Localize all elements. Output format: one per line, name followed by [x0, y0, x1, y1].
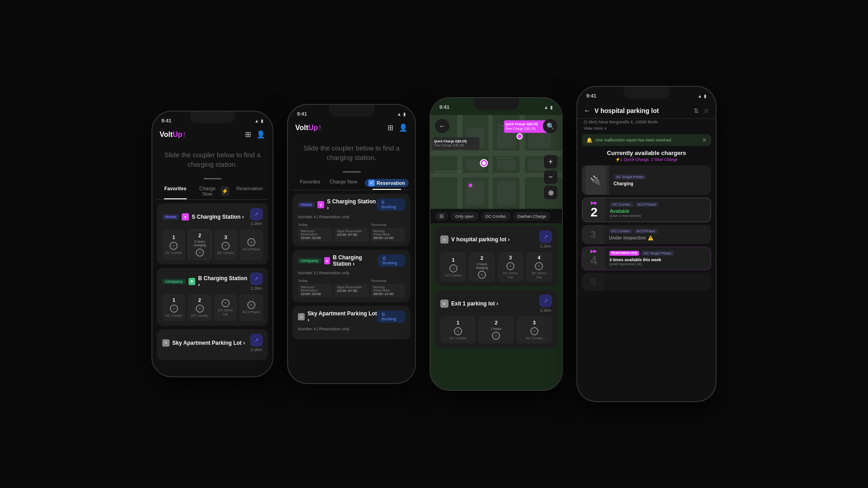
s3-dist-2: 2.2km — [539, 308, 552, 313]
app-logo-2: VoltUp↑ — [295, 123, 322, 132]
s3-icon-1-2: ⊙ — [478, 271, 486, 279]
tab-charge-now-2[interactable]: Charge Now — [328, 176, 363, 190]
booking-btn-2[interactable]: 🗓 Booking — [378, 254, 405, 267]
s3-icon-2-3: ⊙ — [530, 327, 538, 335]
map-area: KFZ Werkstatt Neue Bergstraße Vivantes C… — [430, 114, 562, 209]
volt-logo-3: V — [317, 201, 324, 208]
booking-btn-3[interactable]: 🗓 Booking — [377, 310, 405, 323]
station-card-1[interactable]: Home V S Charging Station › ↗ 2.2km — [157, 203, 268, 264]
tab-charge-now[interactable]: Charge Now ⚡ — [194, 183, 231, 199]
charger-card-3[interactable]: 3 DC Combo AC3 Phase Under inspection ⚠️ — [582, 225, 711, 244]
filter-daehan[interactable]: Daehan Charge — [513, 212, 551, 221]
tab-reservation[interactable]: Reservation — [231, 183, 268, 199]
col-today: Today — [298, 223, 332, 227]
tag-home: Home — [162, 214, 179, 220]
map-controls: + − ⊕ — [544, 155, 557, 199]
map-icon-2[interactable]: ⊞ — [387, 123, 393, 132]
exit1-logo: E — [440, 300, 448, 308]
battery-icon-2: ▮ — [403, 112, 406, 117]
sort-icon[interactable]: ⇅ — [693, 107, 699, 114]
station-card-2[interactable]: company B B Charging Station › ↗ 2.2km — [157, 268, 268, 326]
back-btn[interactable]: ← — [584, 107, 591, 115]
s3-nav-1[interactable]: ↗ — [539, 230, 552, 243]
filter-only-open[interactable]: Only open — [451, 212, 478, 221]
res-cell-1-2: Night Reservation 23:00~07:00 — [334, 228, 368, 242]
s3-icon-1-4: ✕ — [535, 262, 543, 270]
s3-nav-2[interactable]: ↗ — [539, 295, 552, 307]
header-icons-2: ⊞ 👤 — [387, 123, 408, 132]
station-list: Home V S Charging Station › ↗ 2.2km — [152, 200, 273, 364]
map-back-btn[interactable]: ← — [435, 119, 449, 133]
tab-reservation-2[interactable]: ✓ Reservation — [363, 176, 410, 190]
station-card-s3-2[interactable]: E Exit 1 parking lot › ↗ 2.2km 1 ⊙ DC Co… — [435, 290, 557, 348]
view-more[interactable]: View more ∨ — [577, 125, 716, 134]
s3-slot-2-2: 2 2 hours ⊙ — [478, 316, 514, 343]
svg-point-21 — [517, 134, 522, 139]
charger-card-2[interactable]: ▶▶ 2 DC Combo AC3 Phase Available (Use 1… — [582, 197, 711, 222]
star-icon[interactable]: ☆ — [703, 107, 709, 114]
booking-card-3[interactable]: S Sky Apartment Parking Lot › 🗓 Booking … — [292, 306, 410, 339]
s3-slots-1: 1 ⊙ DC Combo 2 2 hourscharging ⊙ 3 ✕ — [440, 252, 552, 282]
booking-subtitle-2: Number 3 | Reservation only — [298, 271, 405, 275]
slot-2-4: ⊛ AC3 Phase — [240, 294, 263, 321]
s3-slot-1-3: 3 ✕ DC Demo Car — [498, 252, 524, 282]
station-card-s3-1[interactable]: V V hospital parking lot › ↗ 2.2km 1 ⊙ D… — [435, 226, 557, 286]
tab-favorites[interactable]: Favorites — [157, 183, 194, 199]
nav-btn-2[interactable]: ↗ — [250, 272, 263, 285]
tab-favorites-2[interactable]: Favorites — [292, 176, 328, 190]
charger-card-1[interactable]: 🔌 AC Single Phase Charging — [582, 165, 711, 195]
slot-2-2: 2 ⊙ DC Combo — [188, 294, 211, 321]
hospital-logo: V — [440, 235, 448, 244]
wifi-icon-4: ▲ — [698, 94, 702, 99]
tag-ac3-2: AC3 Phase — [635, 202, 659, 207]
charger-slots-1: 1 ⊙ DC Combo 2 2 hourscharging ⊙ 3 — [162, 230, 263, 260]
malfunction-text: One malfunction report has been resolved… — [595, 138, 672, 142]
location-btn[interactable]: ⊕ — [544, 186, 557, 199]
tag-company: company — [162, 279, 186, 284]
col-today-2: Today — [298, 279, 332, 283]
booking-subtitle-3: Number 4 | Reservation only — [298, 327, 405, 331]
col-tomorrow: Tomorrow — [371, 223, 405, 227]
svg-text:Slow Charge 2($0.25): Slow Charge 2($0.25) — [434, 144, 464, 147]
svg-text:Quick Charge 2($0.25): Quick Charge 2($0.25) — [434, 140, 467, 143]
svg-rect-10 — [466, 181, 484, 205]
times-sub: (Until December 22) — [609, 262, 706, 266]
map-search-btn[interactable]: 🔍 — [543, 119, 557, 133]
filter-settings[interactable]: ⊟ — [435, 212, 448, 221]
col-blank — [334, 223, 368, 227]
tag-ac-single: AC Single Phase — [613, 174, 646, 179]
times-available: 3 times available this week — [609, 258, 706, 262]
filter-dc-combo[interactable]: DC Combo — [481, 212, 510, 221]
detail-header: ← V hospital parking lot ⇅ ☆ — [577, 103, 716, 119]
station-card-3[interactable]: S Sky Apartment Parking Lot › ↗ 2.2km — [157, 329, 268, 360]
phone-notch-3 — [474, 98, 519, 110]
svg-text:Slow Charge 2($0.25): Slow Charge 2($0.25) — [505, 127, 536, 131]
booking-btn-1[interactable]: 🗓 Booking — [377, 198, 405, 211]
zoom-in-btn[interactable]: + — [544, 155, 557, 169]
close-banner-btn[interactable]: ✕ — [702, 137, 707, 143]
profile-icon-2[interactable]: 👤 — [399, 123, 408, 132]
nav-btn-3[interactable]: ↗ — [250, 334, 263, 347]
profile-icon[interactable]: 👤 — [256, 130, 265, 139]
s3-icon-1-1: ⊙ — [449, 264, 458, 272]
dc-combo-icon-2: ⊙ — [222, 242, 230, 250]
s3-dist-1: 2.2km — [539, 244, 552, 249]
booking-card-1[interactable]: Home V S Charging Station › 🗓 Booking Nu… — [292, 194, 410, 246]
charger-slots-2: 1 ⊙ DC Combo 2 ⊙ DC Combo ✕ — [162, 294, 263, 321]
dist-2: 2.2km — [250, 286, 263, 291]
zoom-out-btn[interactable]: − — [544, 170, 557, 184]
status-time: 9:41 — [161, 118, 171, 123]
svg-rect-3 — [457, 115, 462, 208]
booking-card-2[interactable]: company V B Charging Station › 🗓 Booking… — [292, 250, 410, 302]
res-cell-1-1: Afternoon Reservation 19:00~22:00 — [298, 228, 332, 242]
nav-btn-1[interactable]: ↗ — [250, 208, 263, 221]
tabs-2: Favorites Charge Now ✓ Reservation — [292, 176, 410, 190]
charger-status-sub-2: (Use 1 hour before) — [610, 214, 706, 218]
charger-card-4[interactable]: ▶▶ 4 Reservation only AC Single Phase 3 … — [582, 247, 711, 270]
status-time-3: 9:41 — [439, 104, 449, 110]
map-icon[interactable]: ⊞ — [245, 130, 251, 139]
slot-1-4: ⊛ AC3 Phase — [240, 230, 263, 260]
settings-icon: ⊟ — [439, 213, 443, 219]
col-blank-2 — [334, 279, 368, 283]
tag-dc-combo-3: DC Combo — [609, 229, 632, 234]
